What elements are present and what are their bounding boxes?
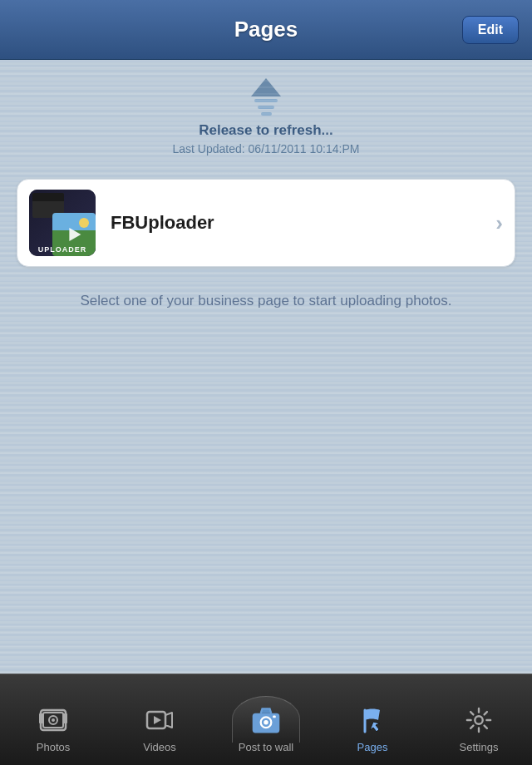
description-text: Select one of your business page to star…: [0, 275, 532, 327]
arrow-up-icon: [251, 78, 281, 96]
svg-line-22: [470, 726, 473, 728]
release-to-refresh-text: Release to refresh...: [199, 122, 333, 139]
tab-pages[interactable]: Pages: [319, 703, 426, 757]
svg-line-21: [485, 712, 487, 714]
chevron-right-icon: ›: [495, 210, 503, 236]
page-title: Pages: [234, 17, 298, 42]
main-content: Release to refresh... Last Updated: 06/1…: [0, 60, 532, 674]
tab-videos[interactable]: Videos: [106, 703, 213, 757]
sun-icon: [79, 218, 89, 228]
arrow-line-1: [254, 99, 278, 102]
svg-line-19: [470, 712, 473, 714]
svg-line-20: [485, 726, 487, 728]
uploader-label: UPLOADER: [29, 245, 96, 254]
arrow-lines: [254, 99, 278, 116]
svg-point-11: [264, 720, 268, 724]
pull-to-refresh: Release to refresh... Last Updated: 06/1…: [0, 60, 532, 170]
edit-button[interactable]: Edit: [462, 16, 519, 44]
tab-photos[interactable]: Photos: [0, 703, 106, 757]
camera-icon: [245, 703, 287, 738]
tab-settings[interactable]: Settings: [426, 703, 532, 757]
settings-tab-label: Settings: [460, 741, 499, 753]
svg-rect-12: [273, 716, 276, 718]
arrow-line-2: [258, 106, 274, 109]
arrow-line-3: [261, 112, 272, 116]
page-icon-inner: UPLOADER: [29, 190, 96, 256]
post-to-wall-tab-label: Post to wall: [239, 741, 293, 753]
svg-point-5: [52, 718, 55, 722]
page-name: FBUploader: [111, 212, 495, 234]
tab-post-to-wall[interactable]: Post to wall: [213, 719, 319, 757]
photos-tab-label: Photos: [37, 741, 70, 753]
videos-tab-label: Videos: [143, 741, 176, 753]
pages-icon: [352, 703, 393, 738]
header: Pages Edit: [0, 0, 532, 60]
pages-tab-label: Pages: [357, 741, 388, 753]
svg-point-14: [475, 716, 482, 723]
photos-icon: [32, 703, 74, 738]
videos-icon: [139, 703, 180, 738]
page-icon: UPLOADER: [29, 190, 96, 256]
svg-marker-8: [154, 716, 161, 724]
last-updated-text: Last Updated: 06/11/2011 10:14:PM: [173, 142, 360, 155]
tab-bar: Photos Videos Post to wall: [0, 674, 532, 765]
settings-icon: [458, 703, 500, 738]
page-card-fbuploader[interactable]: UPLOADER FBUploader ›: [17, 179, 515, 267]
refresh-arrow: [251, 78, 281, 116]
play-icon: [69, 228, 81, 241]
